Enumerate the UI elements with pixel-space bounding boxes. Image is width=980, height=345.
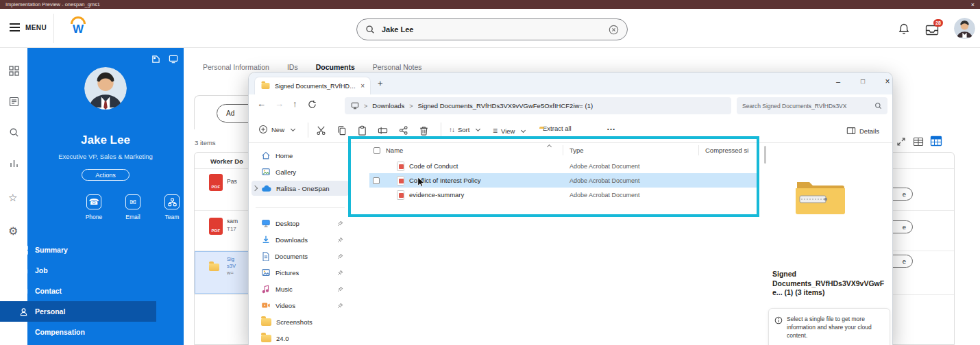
pdf-file-icon <box>397 190 404 200</box>
profile-avatar[interactable] <box>954 18 975 39</box>
nav-up-icon[interactable]: ↑ <box>293 99 297 109</box>
explorer-nav-desktop[interactable]: Desktop <box>252 216 349 231</box>
sidebar-screen-icon[interactable] <box>169 55 178 64</box>
nav-back-icon[interactable]: ← <box>257 99 266 109</box>
explorer-nav-pictures[interactable]: Pictures <box>252 265 349 280</box>
table-view-icon[interactable] <box>913 136 924 147</box>
column-sep-1[interactable] <box>563 145 563 155</box>
sidebar-item-summary[interactable]: Summary <box>0 240 156 260</box>
file-row-evidence-summary[interactable]: evidence-summary Adobe Acrobat Document <box>369 188 757 202</box>
explorer-nav-gallery[interactable]: Gallery <box>252 164 349 179</box>
expand-table-icon[interactable] <box>896 137 906 146</box>
explorer-nav-onespan[interactable]: Ralitsa - OneSpan <box>252 181 349 196</box>
more-options-icon[interactable]: … <box>607 122 615 132</box>
info-icon <box>774 316 783 340</box>
rail-document-icon[interactable] <box>9 97 19 107</box>
logo-letter: W <box>68 23 88 36</box>
tab-close-icon[interactable]: × <box>360 82 365 90</box>
header-divider <box>53 14 54 43</box>
quick-action-team[interactable]: Team <box>153 194 191 220</box>
search-value[interactable]: Jake Lee <box>382 25 602 34</box>
worker-doc-name-3b: s3V <box>227 263 236 269</box>
sidebar-item-personal[interactable]: Personal <box>0 301 156 322</box>
window-close-icon[interactable]: × <box>882 77 893 86</box>
sidebar-bookmark-icon[interactable] <box>151 55 160 64</box>
window-maximize-icon[interactable]: □ <box>857 77 868 85</box>
pin-icon <box>337 253 343 259</box>
screen: Implementation Preview - onespan_gms1 × … <box>0 0 980 345</box>
rail-grid-icon[interactable] <box>9 66 19 76</box>
explorer-tab[interactable]: Signed Documents_RVfHDs3V × <box>254 77 371 94</box>
downloads-icon <box>261 235 271 244</box>
tab-documents[interactable]: Documents <box>316 63 355 71</box>
rename-icon[interactable] <box>378 125 388 136</box>
explorer-nav-screenshots[interactable]: Screenshots <box>252 314 349 329</box>
nav-refresh-icon[interactable] <box>308 100 317 109</box>
column-compressed-size[interactable]: Compressed si <box>705 146 748 154</box>
explorer-nav-home[interactable]: Home <box>252 148 349 163</box>
music-icon <box>261 284 271 294</box>
sidebar-item-compensation[interactable]: Compensation <box>0 322 156 342</box>
column-type[interactable]: Type <box>569 146 584 154</box>
quick-action-phone[interactable]: ☎ Phone <box>75 194 113 220</box>
column-sep-2[interactable] <box>698 145 699 155</box>
new-button[interactable]: New <box>258 125 295 134</box>
search-clear-icon[interactable] <box>609 25 619 35</box>
explorer-nav-videos[interactable]: Videos <box>252 298 349 313</box>
explorer-nav-24[interactable]: 24.0 <box>252 331 349 345</box>
share-icon[interactable] <box>398 125 408 136</box>
tab-personal-information[interactable]: Personal Information <box>203 63 269 71</box>
person-icon <box>19 307 28 316</box>
menu-button[interactable]: MENU <box>10 23 47 31</box>
rail-settings-icon[interactable]: ⚙ <box>8 225 18 238</box>
banner-title: Implementation Preview - onespan_gms1 <box>5 1 100 8</box>
extract-all-button[interactable]: Extract all <box>539 125 572 132</box>
grid-view-icon-active[interactable] <box>930 135 942 147</box>
new-tab-icon[interactable]: + <box>378 78 383 88</box>
view-button[interactable]: ≡ View <box>493 126 525 136</box>
chevron-down-icon <box>291 126 295 131</box>
copy-icon[interactable] <box>336 125 347 136</box>
paste-icon[interactable] <box>357 125 367 136</box>
explorer-search-icon <box>874 102 882 110</box>
worker-doc-name-1[interactable]: Pas <box>227 178 237 185</box>
desktop-icon <box>261 218 271 228</box>
worker-doc-name-3a[interactable]: Sig <box>227 256 234 262</box>
tab-ids[interactable]: IDs <box>287 63 298 71</box>
explorer-nav-documents[interactable]: Documents <box>252 248 349 264</box>
workday-logo[interactable]: W <box>68 16 88 40</box>
sidebar-item-job[interactable]: Job <box>0 260 156 281</box>
row-checkbox[interactable] <box>373 177 380 184</box>
address-bar[interactable]: > Downloads > Signed Documents_RVfHDs3VX… <box>345 97 731 114</box>
details-button[interactable]: Details <box>846 126 879 136</box>
quick-action-email[interactable]: ✉ Email <box>114 194 152 220</box>
column-name[interactable]: Name <box>386 146 403 154</box>
select-all-checkbox[interactable] <box>373 147 380 154</box>
videos-icon <box>261 301 271 310</box>
explorer-search-box[interactable]: Search Signed Documents_RVfHDs3VX <box>737 97 887 114</box>
banner-close-icon[interactable]: × <box>971 1 975 8</box>
sort-button[interactable]: ↑↓ Sort <box>449 126 480 133</box>
breadcrumb-sep-1: > <box>364 103 367 110</box>
breadcrumb-current-folder[interactable]: Signed Documents_RVfHDs3VX9vVGwFe5OxfIHC… <box>418 102 593 110</box>
breadcrumb-downloads[interactable]: Downloads <box>372 102 404 110</box>
pin-icon <box>337 220 343 227</box>
explorer-nav-downloads[interactable]: Downloads <box>252 232 349 247</box>
sidebar-item-contact[interactable]: Contact <box>0 281 156 301</box>
profile-photo[interactable] <box>84 67 127 110</box>
rail-search-icon[interactable] <box>9 127 19 138</box>
window-minimize-icon[interactable]: – <box>833 77 844 86</box>
cut-icon[interactable] <box>316 125 326 136</box>
file-row-code-of-conduct[interactable]: Code of Conduct Adobe Acrobat Document <box>369 159 757 173</box>
rail-favorites-icon[interactable]: ☆ <box>8 192 17 204</box>
worker-doc-name-2a[interactable]: sam <box>227 218 238 225</box>
delete-icon[interactable] <box>419 125 429 136</box>
tab-personal-notes[interactable]: Personal Notes <box>373 63 422 71</box>
rail-chart-icon[interactable] <box>9 158 19 168</box>
preview-scrollbar[interactable] <box>764 146 766 164</box>
actions-button[interactable]: Actions <box>82 169 130 181</box>
notifications-bell-icon[interactable] <box>898 23 910 36</box>
global-search[interactable]: Jake Lee <box>356 18 628 40</box>
file-row-conflict-of-interest[interactable]: Conflict of Interest Policy Adobe Acroba… <box>369 173 757 188</box>
explorer-nav-music[interactable]: Music <box>252 281 349 296</box>
